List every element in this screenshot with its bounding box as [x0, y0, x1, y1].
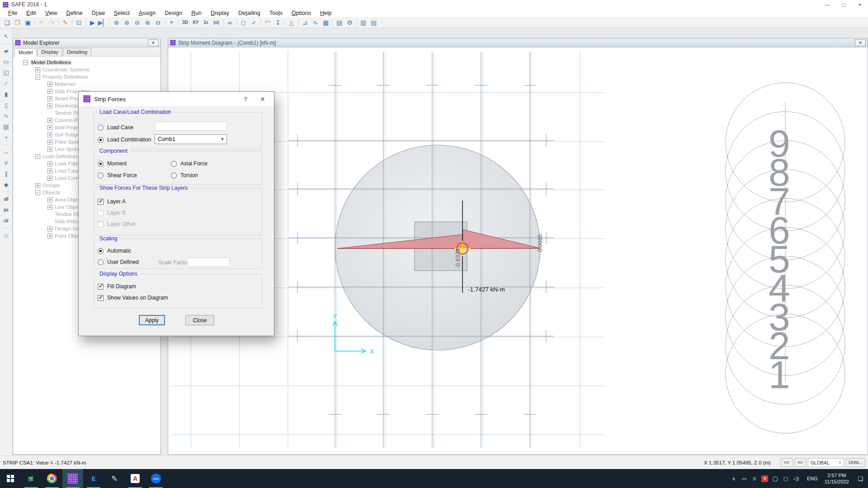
draw-wall-icon[interactable]: ▯	[1, 99, 12, 110]
zoom-all-icon[interactable]: ⊛	[122, 18, 132, 28]
tab-display[interactable]: Display	[37, 48, 62, 56]
language-indicator[interactable]: ENG	[804, 476, 821, 481]
menu-item[interactable]: Assign	[134, 10, 160, 16]
activity-monitor-icon[interactable]: ≣	[750, 472, 760, 485]
show-forces-icon[interactable]: ∿	[310, 18, 321, 28]
separator[interactable]	[108, 18, 111, 28]
load-combination-radio[interactable]: Load Combination	[98, 136, 151, 143]
display-tray-icon[interactable]: ▢	[781, 472, 791, 485]
draw-slab-icon[interactable]: ▰	[1, 45, 12, 56]
taskbar-app-pen[interactable]: ✎	[104, 469, 125, 488]
volume-icon[interactable]: ◁)	[791, 472, 801, 485]
radio-circle[interactable]	[98, 173, 104, 178]
separator[interactable]	[57, 18, 60, 28]
menu-item[interactable]: Options	[287, 10, 316, 16]
open-model-icon[interactable]: ❐	[12, 18, 23, 28]
user-defined-radio[interactable]: User Defined	[98, 259, 139, 265]
start-button[interactable]	[0, 469, 21, 488]
next-view-button[interactable]: >>	[794, 458, 806, 467]
rotate-view-icon[interactable]: (o)	[211, 18, 222, 28]
report-icon[interactable]: ▤	[368, 18, 379, 28]
taskbar-clock[interactable]: 2:57 PM 11/15/2022	[821, 472, 853, 485]
separator[interactable]	[235, 18, 238, 28]
snap-arc-icon[interactable]: ◠	[262, 18, 273, 28]
tree-expand-box[interactable]	[47, 234, 52, 239]
rubber-band-zoom-icon[interactable]: ⊡	[74, 18, 84, 28]
radio-circle[interactable]	[98, 137, 104, 143]
menu-item[interactable]: Help	[316, 10, 336, 16]
menu-item[interactable]: View	[41, 10, 62, 16]
radio-circle[interactable]	[98, 259, 104, 265]
load-combination-select[interactable]: Comb1 ▼	[155, 134, 227, 144]
quick-draw-slab-icon[interactable]: ◱	[1, 67, 12, 78]
snap-point-icon[interactable]: ◆	[1, 179, 12, 190]
tablet-mode-icon[interactable]: ▭	[739, 472, 749, 485]
separator[interactable]	[297, 18, 300, 28]
automatic-radio[interactable]: Automatic	[98, 248, 131, 254]
tree-row[interactable]: Property Definitions	[13, 73, 160, 80]
view-xy-icon[interactable]: XY	[190, 18, 201, 28]
guide-line-icon[interactable]: ∥	[1, 168, 12, 179]
taskbar-app-zalo[interactable]: Zalo	[146, 469, 166, 488]
undo-icon[interactable]: ↶	[36, 18, 47, 28]
shear-force-radio[interactable]: Shear Force	[98, 172, 137, 178]
draw-rect-slab-icon[interactable]: ▭	[1, 56, 12, 67]
tree-row[interactable]: Materials	[13, 80, 160, 88]
redo-icon[interactable]: ↷	[47, 18, 57, 28]
model-explorer-close-button[interactable]: ✕	[148, 39, 159, 46]
view-3d-icon[interactable]: 3D	[180, 18, 190, 28]
snap-clr-button[interactable]: clr	[1, 215, 12, 226]
antivirus-tray-icon[interactable]: V	[760, 472, 770, 485]
close-dialog-button[interactable]: Close	[185, 315, 214, 325]
taskbar-app-chrome[interactable]	[42, 469, 62, 488]
save-model-icon[interactable]: ▣	[23, 18, 33, 28]
draw-grid-icon[interactable]: #	[1, 157, 12, 168]
separator[interactable]	[1, 42, 12, 45]
show-undeformed-icon[interactable]: △	[286, 18, 297, 28]
tree-expand-box[interactable]	[47, 226, 52, 231]
import-icon[interactable]: ↧	[273, 18, 283, 28]
action-center-icon[interactable]: ❏	[853, 469, 868, 488]
radio-circle[interactable]	[98, 161, 104, 167]
moment-radio[interactable]: Moment	[98, 160, 127, 167]
separator[interactable]	[1, 226, 12, 230]
checkbox[interactable]	[98, 284, 104, 290]
menu-item[interactable]: Detailing	[234, 10, 265, 16]
separator[interactable]	[177, 18, 180, 28]
tree-expand-box[interactable]	[47, 176, 52, 181]
close-button[interactable]: ✕	[852, 0, 868, 9]
checkbox[interactable]	[98, 295, 104, 301]
separator[interactable]	[222, 18, 225, 28]
concrete-design-icon[interactable]: ▤	[334, 18, 344, 28]
snap-all-button[interactable]: all	[1, 193, 12, 204]
select-pointer-icon[interactable]: ↖	[1, 31, 12, 42]
sync-icon[interactable]: ◯	[770, 472, 780, 485]
draw-design-strip-icon[interactable]: ▤	[1, 121, 12, 132]
tree-expand-box[interactable]	[47, 125, 52, 130]
tree-expand-box[interactable]	[35, 190, 40, 195]
radio-circle[interactable]	[171, 173, 177, 178]
tree-expand-box[interactable]	[47, 82, 52, 87]
tree-expand-box[interactable]	[35, 67, 40, 72]
zoom-in-icon[interactable]: ⊕	[142, 18, 153, 28]
tree-expand-box[interactable]	[47, 132, 52, 137]
taskbar-app-acad[interactable]: A	[125, 469, 146, 488]
fill-diagram-checkbox[interactable]: Fill Diagram	[98, 283, 136, 290]
menu-item[interactable]: Design	[160, 10, 187, 16]
tree-expand-box[interactable]	[47, 169, 52, 174]
separator[interactable]	[1, 143, 12, 146]
tree-expand-box[interactable]	[47, 161, 52, 166]
edit-pencil-icon[interactable]: ✎	[60, 18, 71, 28]
taskbar-app-e[interactable]: E	[83, 469, 104, 488]
tree-expand-box[interactable]	[47, 103, 52, 108]
dialog-help-button[interactable]: ?	[241, 95, 250, 103]
tree-expand-box[interactable]	[35, 183, 40, 188]
coordinate-system-select[interactable]: GLOBAL ∨	[808, 458, 844, 467]
draw-point-icon[interactable]: •	[1, 132, 12, 143]
zoom-out-icon[interactable]: ⊖	[153, 18, 163, 28]
new-model-icon[interactable]: ❏	[2, 18, 12, 28]
menu-item[interactable]: Run	[187, 10, 206, 16]
checkbox[interactable]	[98, 199, 104, 205]
previous-view-button[interactable]: <<	[781, 458, 793, 467]
snap-mid-icon[interactable]: ◇	[1, 230, 12, 240]
